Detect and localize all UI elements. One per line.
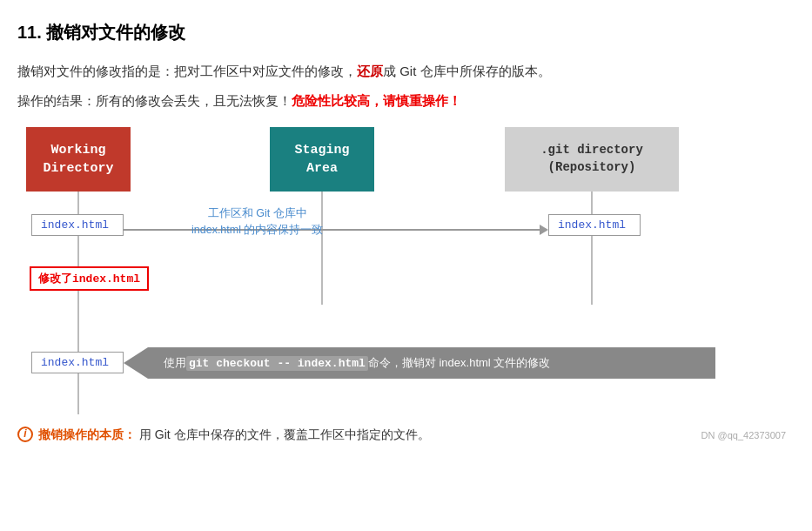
vline-git	[591, 192, 593, 305]
arrow-top	[124, 225, 548, 235]
col-git-dir: .git directory(Repository)	[505, 127, 679, 192]
file-box-git-top: index.html	[548, 214, 641, 236]
bottom-note-post: 用 Git 仓库中保存的文件，覆盖工作区中指定的文件。	[139, 427, 430, 441]
section-title: 11. 撤销对文件的修改	[17, 21, 795, 44]
file-box-working-bottom: index.html	[31, 352, 124, 373]
arrow-top-line	[124, 229, 540, 231]
arrow-label-top: 工作区和 Git 仓库中 index.html 的内容保持一致	[191, 205, 323, 239]
col-working-dir: WorkingDirectory	[26, 127, 131, 192]
arrow-top-head	[540, 225, 548, 235]
info-icon: i	[17, 427, 33, 442]
bottom-note: i 撤销操作的本质： 用 Git 仓库中保存的文件，覆盖工作区中指定的文件。	[17, 425, 795, 444]
checkout-arrow-head	[124, 347, 148, 379]
arrow-label-line1: 工作区和 Git 仓库中	[191, 205, 323, 222]
desc-line-2: 操作的结果：所有的修改会丢失，且无法恢复！危险性比较高，请慎重操作！	[17, 90, 795, 112]
file-box-working-top: index.html	[31, 214, 124, 236]
desc2-warn: 危险性比较高，请慎重操作！	[292, 93, 461, 108]
desc1-pre: 撤销对文件的修改指的是：把对工作区中对应文件的修改，	[17, 64, 357, 78]
checkout-label-post: 命令，撤销对 index.html 文件的修改	[368, 355, 550, 371]
desc-line-1: 撤销对文件的修改指的是：把对工作区中对应文件的修改，还原成 Git 仓库中所保存…	[17, 60, 795, 83]
bottom-note-pre: 撤销操作的本质：	[38, 427, 136, 441]
col-staging-area: StagingArea	[270, 127, 374, 192]
checkout-arrow-body: 使用 git checkout -- index.html 命令，撤销对 ind…	[148, 347, 715, 379]
checkout-label-pre: 使用	[164, 355, 186, 371]
checkout-arrow: 使用 git checkout -- index.html 命令，撤销对 ind…	[124, 343, 715, 383]
git-flow-diagram: WorkingDirectory StagingArea .git direct…	[17, 127, 766, 414]
checkout-cmd: git checkout -- index.html	[186, 356, 368, 371]
modified-label: 修改了index.html	[30, 266, 149, 291]
bottom-note-text: 撤销操作的本质： 用 Git 仓库中保存的文件，覆盖工作区中指定的文件。	[38, 425, 430, 444]
arrow-label-line2: index.html 的内容保持一致	[191, 222, 323, 239]
desc2-pre: 操作的结果：所有的修改会丢失，且无法恢复！	[17, 93, 292, 108]
watermark: DN @qq_42373007	[701, 430, 786, 440]
desc1-highlight: 还原	[357, 64, 383, 78]
desc1-post: 成 Git 仓库中所保存的版本。	[383, 64, 551, 78]
